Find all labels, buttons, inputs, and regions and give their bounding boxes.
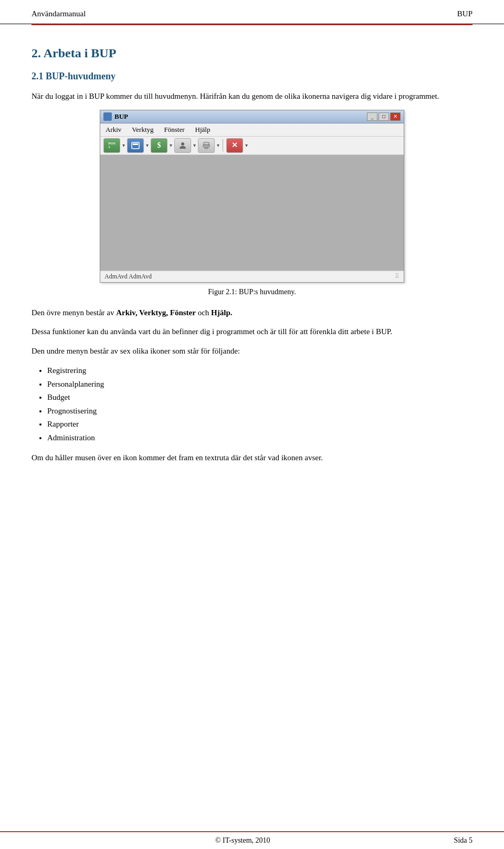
- bup-statusbar: AdmAvd AdmAvd ⠿: [100, 271, 404, 282]
- intro-paragraph: När du loggat in i BUP kommer du till hu…: [32, 90, 472, 102]
- svg-rect-0: [132, 142, 139, 149]
- tooltip-info-paragraph: Om du håller musen över en ikon kommer d…: [32, 452, 472, 464]
- bup-window-title: BUP: [114, 112, 128, 121]
- list-item-registrering: Registrering: [47, 364, 472, 378]
- menu-fonster[interactable]: Fönster: [163, 125, 186, 134]
- minimize-button[interactable]: _: [367, 112, 377, 121]
- section-title: BUP-huvudmeny: [46, 71, 116, 81]
- toolbar-btn-printer[interactable]: [198, 138, 215, 153]
- menu-bold-hjalp: Hjälp.: [211, 308, 232, 317]
- footer-center: © IT-system, 2010: [215, 836, 270, 845]
- lower-menu-intro-paragraph: Den undre menyn består av sex olika ikon…: [32, 345, 472, 357]
- bup-titlebar: BUP _ □ ✕: [100, 110, 404, 123]
- toolbar-dropdown-3[interactable]: ▾: [170, 142, 172, 148]
- status-text: AdmAvd AdmAvd: [104, 273, 152, 281]
- page-footer: © IT-system, 2010 Sida 5: [0, 831, 504, 849]
- chapter-number: 2.: [32, 46, 41, 60]
- toolbar-dropdown-2[interactable]: ▾: [146, 142, 149, 148]
- bup-menubar: Arkiv Verktyg Fönster Hjälp: [100, 123, 404, 137]
- list-item-personalplanering: Personalplanering: [47, 378, 472, 391]
- menu-hjalp[interactable]: Hjälp: [194, 125, 212, 134]
- chapter-heading: 2. Arbeta i BUP: [32, 46, 472, 60]
- list-item-budget: Budget: [47, 391, 472, 405]
- chapter-title: Arbeta i BUP: [44, 46, 117, 60]
- toolbar-btn-dollar[interactable]: $: [151, 138, 167, 153]
- header-right: BUP: [457, 9, 472, 18]
- menu-bold-arkiv: Arkiv, Verktyg, Fönster: [116, 308, 196, 317]
- toolbar-dropdown-1[interactable]: ▾: [122, 142, 125, 148]
- footer-right: Sida 5: [454, 836, 472, 845]
- functions-description-paragraph: Dessa funktioner kan du använda vart du …: [32, 326, 472, 338]
- svg-rect-5: [205, 147, 208, 149]
- svg-rect-3: [204, 142, 209, 146]
- page-content: 2. Arbeta i BUP 2.1 BUP-huvudmeny När du…: [0, 25, 504, 513]
- bup-titlebar-controls: _ □ ✕: [367, 112, 401, 121]
- list-item-rapporter: Rapporter: [47, 418, 472, 431]
- bup-window-screenshot: BUP _ □ ✕ Arkiv Verktyg Fönster Hjälp PO…: [100, 110, 404, 283]
- header-left: Användarmanual: [32, 9, 86, 18]
- section-number: 2.1: [32, 71, 44, 81]
- toolbar-btn-person[interactable]: [174, 138, 191, 153]
- svg-point-2: [181, 142, 184, 146]
- toolbar-separator: [223, 139, 223, 152]
- bup-titlebar-left: BUP: [103, 112, 128, 121]
- page-header: Användarmanual BUP: [0, 0, 504, 24]
- bup-main-area: [100, 155, 404, 271]
- maximize-button[interactable]: □: [379, 112, 389, 121]
- toolbar-btn-1[interactable]: POS1: [103, 138, 120, 153]
- list-item-prognostisering: Prognostisering: [47, 405, 472, 418]
- menu-description-paragraph: Den övre menyn består av Arkiv, Verktyg,…: [32, 307, 472, 319]
- bup-toolbar: POS1 ▾ ▾ $ ▾ ▾ ▾ ✕ ▾: [100, 137, 404, 155]
- svg-rect-1: [133, 143, 138, 145]
- bup-app-icon: [103, 112, 112, 121]
- toolbar-dropdown-5[interactable]: ▾: [217, 142, 219, 148]
- figure-caption: Figur 2.1: BUP:s huvudmeny.: [32, 288, 472, 296]
- toolbar-dropdown-6[interactable]: ▾: [245, 142, 248, 148]
- lower-menu-list: Registrering Personalplanering Budget Pr…: [32, 364, 472, 444]
- close-button[interactable]: ✕: [390, 112, 401, 121]
- status-resize-icon: ⠿: [395, 273, 400, 281]
- list-item-administration: Administration: [47, 431, 472, 445]
- toolbar-btn-2[interactable]: [127, 138, 144, 153]
- section-heading: 2.1 BUP-huvudmeny: [32, 71, 472, 82]
- toolbar-btn-close[interactable]: ✕: [226, 138, 243, 153]
- menu-arkiv[interactable]: Arkiv: [104, 125, 122, 134]
- toolbar-dropdown-4[interactable]: ▾: [193, 142, 196, 148]
- menu-verktyg[interactable]: Verktyg: [131, 125, 154, 134]
